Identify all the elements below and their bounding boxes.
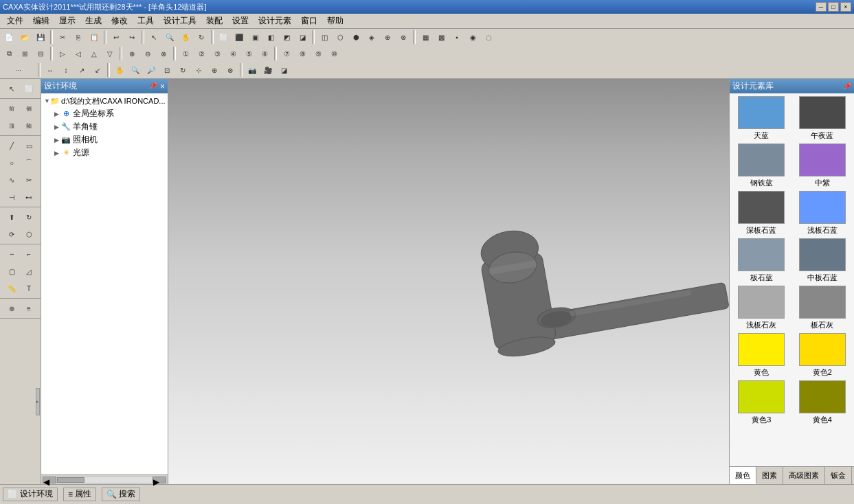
view-btn5[interactable]: ⊕ [380,30,395,45]
t2-btn7[interactable]: ▽ [102,46,117,61]
view-btn2[interactable]: ⬡ [333,30,348,45]
shell-tool[interactable]: ▢ [3,263,20,279]
menu-item-显示[interactable]: 显示 [55,14,80,28]
t2-btn1[interactable]: ⧉ [1,46,16,61]
pan-button[interactable]: ✋ [178,30,193,45]
expand-light[interactable]: ▶ [52,149,60,157]
render-btn3[interactable]: ▪ [449,30,464,45]
circle-tool[interactable]: ○ [3,154,20,171]
t2-btn10[interactable]: ⊗ [156,46,171,61]
nav-hand[interactable]: ✋ [112,62,127,78]
properties-tab[interactable]: ≡ 属性 [63,488,96,501]
trim-tool[interactable]: ✂ [21,172,37,188]
design-env-tab[interactable]: ⬜ 设计环境 [3,488,58,501]
scroll-right[interactable]: ▶ [153,477,166,483]
extrude-tool[interactable]: ⬆ [3,209,20,225]
fillet-tool[interactable]: ⌢ [3,246,20,262]
right-tab-高级图素[interactable]: 高级图素 [783,467,825,484]
nav-zoom-out[interactable]: 🔎 [144,62,159,78]
t2-btn19[interactable]: ⑨ [311,46,326,61]
t2-btn16[interactable]: ⑥ [257,46,272,61]
pin-button[interactable]: 📌 [149,82,157,91]
t2-btn13[interactable]: ③ [210,46,225,61]
menu-item-装配[interactable]: 装配 [202,14,227,28]
arc-tool[interactable]: ⌒ [21,154,37,171]
color-item-7[interactable]: 中板石蓝 [794,238,852,283]
t2-btn14[interactable]: ④ [225,46,240,61]
color-item-4[interactable]: 深板石蓝 [732,191,791,236]
cam-btn2[interactable]: 🎥 [260,62,276,78]
cut-button[interactable]: ✂ [55,30,70,45]
zoom-button[interactable]: 🔍 [162,30,177,45]
open-button[interactable]: 📂 [17,30,32,45]
nav-rotate[interactable]: ↻ [175,62,190,78]
expand-camera[interactable]: ▶ [52,136,60,144]
right-tab-钣金[interactable]: 钣金 [825,467,852,484]
expand-coord[interactable]: ▶ [52,110,60,118]
nav-pan[interactable]: ⊹ [191,62,206,78]
rect-tool[interactable]: ▭ [21,137,37,154]
t2-btn17[interactable]: ⑦ [279,46,294,61]
t2-btn15[interactable]: ⑤ [241,46,256,61]
nav-zoom-in[interactable]: 🔍 [128,62,143,78]
tree-hammer[interactable]: ▶ 🔧 羊角锤 [43,120,166,133]
expand-root[interactable]: ▼ [44,97,50,105]
design-env-scrollbar[interactable]: ◀ ▶ [41,474,168,484]
tree-light[interactable]: ▶ ✳ 光源 [43,146,166,159]
tree-root[interactable]: ▼ 📁 d:\我的文档\CAXA IRONCAD... [43,95,166,107]
save-button[interactable]: 💾 [33,30,48,45]
copy-button[interactable]: ⎘ [71,30,86,45]
close-panel-button[interactable]: × [160,82,165,91]
constraint-tool[interactable]: ⊷ [21,189,37,205]
render-btn4[interactable]: ◉ [465,30,480,45]
restore-button[interactable]: □ [828,2,839,12]
redo-button[interactable]: ↪ [124,30,139,45]
3d-btn6[interactable]: ◪ [295,30,310,45]
render-btn5[interactable]: ◌ [481,30,496,45]
panel-resize-handle[interactable]: ▸ [36,388,40,415]
pointer-tool[interactable]: ↖ [3,80,20,97]
menu-item-帮助[interactable]: 帮助 [323,14,348,28]
pin-right-button[interactable]: 📌 [843,82,851,90]
3d-viewport[interactable]: X Y Z [168,79,729,484]
t3-btn1[interactable]: ··· [1,62,36,78]
scroll-thumb[interactable] [57,477,85,483]
3d-btn1[interactable]: ⬜ [216,30,231,45]
search-tab[interactable]: 🔍 搜索 [102,488,140,501]
view-btn1[interactable]: ◫ [317,30,332,45]
line-tool[interactable]: ╱ [3,137,20,154]
menu-item-编辑[interactable]: 编辑 [29,14,54,28]
t2-btn12[interactable]: ② [194,46,209,61]
top-view[interactable]: 顶 [3,117,20,134]
nav-zoom-window[interactable]: ⊕ [207,62,222,78]
t3-btn4[interactable]: ↗ [74,62,89,78]
view-btn6[interactable]: ⊗ [396,30,411,45]
t2-btn2[interactable]: ⊞ [17,46,32,61]
color-item-8[interactable]: 浅板石灰 [732,286,791,330]
color-item-3[interactable]: 中紫 [794,144,852,188]
select-button[interactable]: ↖ [146,30,161,45]
t2-btn5[interactable]: ◁ [71,46,86,61]
sweep-tool[interactable]: ⟳ [3,226,20,242]
render-btn2[interactable]: ▩ [434,30,449,45]
menu-item-文件[interactable]: 文件 [3,14,27,28]
menu-item-设置[interactable]: 设置 [228,14,253,28]
view-btn3[interactable]: ⬢ [348,30,363,45]
cam-btn1[interactable]: 📷 [245,62,260,78]
color-item-10[interactable]: 黄色 [732,333,791,378]
3d-btn2[interactable]: ⬛ [232,30,247,45]
t2-btn18[interactable]: ⑧ [295,46,310,61]
3d-btn3[interactable]: ▣ [247,30,262,45]
menu-item-设计元素[interactable]: 设计元素 [254,14,295,28]
draft-tool[interactable]: ◿ [21,263,37,279]
right-tab-图素[interactable]: 图素 [756,467,783,484]
rotate-button[interactable]: ↻ [194,30,209,45]
new-button[interactable]: 📄 [1,30,16,45]
box-select-tool[interactable]: ⬜ [21,80,37,97]
revolve-tool[interactable]: ↻ [21,209,37,225]
measure-tool[interactable]: 📏 [3,280,20,297]
close-button[interactable]: × [840,2,851,12]
color-item-13[interactable]: 黄色4 [794,380,852,425]
t2-btn20[interactable]: ⑩ [326,46,341,61]
chamfer-tool[interactable]: ⌐ [21,246,37,262]
